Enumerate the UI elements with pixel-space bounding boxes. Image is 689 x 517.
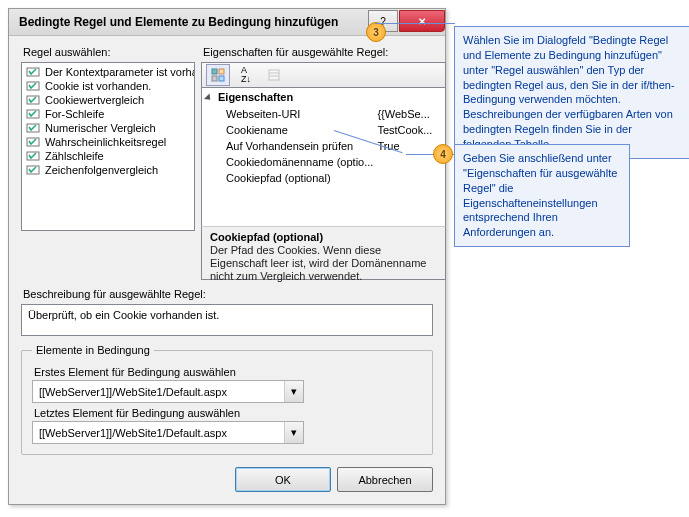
svg-rect-11 <box>219 76 224 81</box>
property-row: Cookiepfad (optional) <box>202 170 445 186</box>
property-help-pane: Cookiepfad (optional) Der Pfad des Cooki… <box>201 226 446 280</box>
property-row: Auf Vorhandensein prüfenTrue <box>202 138 445 154</box>
categorized-button[interactable] <box>206 64 230 86</box>
callout-number-4: 4 <box>433 144 453 164</box>
elements-fieldset: Elemente in Bedingung Erstes Element für… <box>21 344 433 455</box>
rule-icon <box>26 136 40 148</box>
rule-label: Zeichenfolgenvergleich <box>45 164 158 176</box>
first-element-combo[interactable]: [[WebServer1]]/WebSite1/Default.aspx ▾ <box>32 380 304 403</box>
rule-label: Der Kontextparameter ist vorhanden. <box>45 66 195 78</box>
cancel-button[interactable]: Abbrechen <box>337 467 433 492</box>
last-element-combo[interactable]: [[WebServer1]]/WebSite1/Default.aspx ▾ <box>32 421 304 444</box>
rule-item: Cookiewertvergleich <box>22 93 194 107</box>
dialog-window: Bedingte Regel und Elemente zu Bedingung… <box>8 8 446 505</box>
property-pages-button[interactable] <box>262 64 286 86</box>
svg-rect-9 <box>219 69 224 74</box>
ok-button[interactable]: OK <box>235 467 331 492</box>
property-row: Webseiten-URI{{WebSe... <box>202 106 445 122</box>
callout-step-4: Geben Sie anschließend unter "Eigenschaf… <box>454 144 630 247</box>
property-row: Cookiedomänenname (optio... <box>202 154 445 170</box>
property-grid[interactable]: Eigenschaften Webseiten-URI{{WebSe... Co… <box>201 87 446 227</box>
rule-icon <box>26 150 40 162</box>
title-text: Bedingte Regel und Elemente zu Bedingung… <box>19 15 367 29</box>
chevron-down-icon[interactable]: ▾ <box>284 381 303 402</box>
rule-item: Numerischer Vergleich <box>22 121 194 135</box>
rule-icon <box>26 94 40 106</box>
combo-value: [[WebServer1]]/WebSite1/Default.aspx <box>33 427 284 439</box>
properties-label: Eigenschaften für ausgewählte Regel: <box>203 46 446 58</box>
elements-legend: Elemente in Bedingung <box>32 344 154 356</box>
rule-label: Cookie ist vorhanden. <box>45 80 151 92</box>
rule-item: Cookie ist vorhanden. <box>22 79 194 93</box>
property-row: CookienameTestCook... <box>202 122 445 138</box>
rule-icon <box>26 66 40 78</box>
rule-label: Wahrscheinlichkeitsregel <box>45 136 166 148</box>
first-element-label: Erstes Element für Bedingung auswählen <box>34 366 422 378</box>
help-title: Cookiepfad (optional) <box>210 231 437 243</box>
svg-rect-10 <box>212 76 217 81</box>
rule-icon <box>26 80 40 92</box>
rule-item: Zeichenfolgenvergleich <box>22 163 194 177</box>
property-toolbar: AZ↓ <box>201 62 446 87</box>
rule-icon <box>26 164 40 176</box>
rule-item: For-Schleife <box>22 107 194 121</box>
description-text: Überprüft, ob ein Cookie vorhanden ist. <box>28 309 219 321</box>
alpha-sort-button[interactable]: AZ↓ <box>234 64 258 86</box>
chevron-down-icon[interactable]: ▾ <box>284 422 303 443</box>
svg-rect-8 <box>212 69 217 74</box>
rule-item: Zählschleife <box>22 149 194 163</box>
property-category[interactable]: Eigenschaften <box>202 88 445 106</box>
rule-label: Zählschleife <box>45 150 104 162</box>
rule-label: Cookiewertvergleich <box>45 94 144 106</box>
select-rule-label: Regel auswählen: <box>23 46 195 58</box>
combo-value: [[WebServer1]]/WebSite1/Default.aspx <box>33 386 284 398</box>
rule-item: Der Kontextparameter ist vorhanden. <box>22 65 194 79</box>
last-element-label: Letztes Element für Bedingung auswählen <box>34 407 422 419</box>
description-label: Beschreibung für ausgewählte Regel: <box>23 288 433 300</box>
callout-step-3: Wählen Sie im Dialogfeld "Bedingte Regel… <box>454 26 689 159</box>
rule-label: Numerischer Vergleich <box>45 122 156 134</box>
rule-label: For-Schleife <box>45 108 104 120</box>
rule-listbox[interactable]: Der Kontextparameter ist vorhanden. Cook… <box>21 62 195 231</box>
description-box: Überprüft, ob ein Cookie vorhanden ist. <box>21 304 433 336</box>
rule-icon <box>26 108 40 120</box>
close-button[interactable]: ✕ <box>399 10 445 32</box>
svg-rect-12 <box>269 70 279 80</box>
help-text: Der Pfad des Cookies. Wenn diese Eigensc… <box>210 244 437 284</box>
callout-number-3: 3 <box>366 22 386 42</box>
callout-leader <box>375 23 455 24</box>
rule-icon <box>26 122 40 134</box>
rule-item: Wahrscheinlichkeitsregel <box>22 135 194 149</box>
